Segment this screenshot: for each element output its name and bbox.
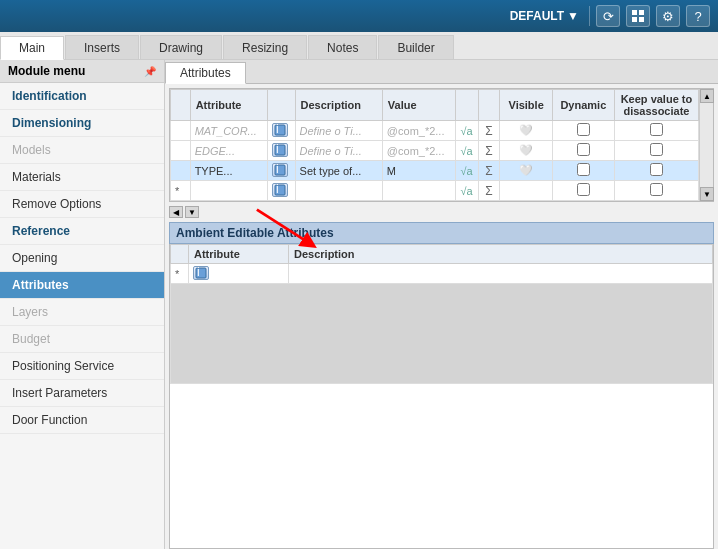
svg-text:i: i	[276, 164, 279, 176]
grid-button[interactable]	[626, 5, 650, 27]
row-keep-check[interactable]	[614, 121, 698, 141]
tab-main[interactable]: Main	[0, 36, 64, 60]
row-marker	[171, 141, 191, 161]
heart-icon: 🤍	[519, 144, 533, 156]
scroll-left-button[interactable]: ◀	[169, 206, 183, 218]
row-description: Set type of...	[295, 161, 382, 181]
sidebar-item-materials[interactable]: Materials	[0, 164, 164, 191]
sigma-icon: Σ	[485, 164, 492, 178]
sqrt-icon: √a	[461, 185, 473, 197]
row-heart: 🤍	[500, 161, 552, 181]
row-keep-check[interactable]	[614, 141, 698, 161]
sidebar-item-positioning-service[interactable]: Positioning Service	[0, 353, 164, 380]
scroll-arrows: ◀ ▼	[165, 204, 718, 220]
sidebar-item-insert-parameters[interactable]: Insert Parameters	[0, 380, 164, 407]
sidebar-item-door-function[interactable]: Door Function	[0, 407, 164, 434]
sidebar-item-attributes[interactable]: Attributes	[0, 272, 164, 299]
attribute-icon[interactable]: i	[272, 163, 288, 177]
sigma-icon: Σ	[485, 124, 492, 138]
row-sigma: Σ	[478, 121, 500, 141]
visible-checkbox[interactable]	[577, 183, 590, 196]
content-inner: Attribute Description Value Visible Dyna…	[165, 84, 718, 549]
keep-checkbox[interactable]	[650, 163, 663, 176]
sidebar-item-dimensioning[interactable]: Dimensioning	[0, 110, 164, 137]
row-value	[382, 181, 455, 201]
sidebar-item-identification[interactable]: Identification	[0, 83, 164, 110]
ambient-table: Attribute Description * i	[170, 244, 713, 384]
col-sigma	[478, 90, 500, 121]
sigma-icon: Σ	[485, 144, 492, 158]
row-icon-btn[interactable]: i	[268, 141, 295, 161]
svg-rect-1	[639, 10, 644, 15]
attribute-icon[interactable]: i	[272, 143, 288, 157]
row-sqrt: √a	[455, 121, 478, 141]
keep-checkbox[interactable]	[650, 123, 663, 136]
profile-dropdown[interactable]: DEFAULT ▼	[510, 9, 579, 23]
row-marker: *	[171, 181, 191, 201]
keep-checkbox[interactable]	[650, 143, 663, 156]
sidebar-items: Identification Dimensioning Models Mater…	[0, 83, 164, 549]
row-value: @com_*2...	[382, 121, 455, 141]
ambient-table-row: * i	[171, 264, 713, 284]
row-keep-check[interactable]	[614, 181, 698, 201]
row-icon-btn[interactable]: i	[268, 181, 295, 201]
row-visible-check[interactable]	[552, 181, 614, 201]
sqrt-icon: √a	[461, 145, 473, 157]
scroll-down-button[interactable]: ▼	[700, 187, 714, 201]
profile-label: DEFAULT	[510, 9, 564, 23]
tab-builder[interactable]: Builder	[378, 35, 453, 59]
table-scrollbar[interactable]: ▲ ▼	[699, 89, 713, 201]
row-sqrt: √a	[455, 161, 478, 181]
row-visible-check[interactable]	[552, 161, 614, 181]
top-bar: DEFAULT ▼ ⟳ ⚙ ?	[0, 0, 718, 32]
sidebar-item-opening[interactable]: Opening	[0, 245, 164, 272]
row-icon-btn[interactable]: i	[268, 161, 295, 181]
sqrt-icon: √a	[461, 125, 473, 137]
row-icon-btn[interactable]: i	[268, 121, 295, 141]
row-attribute[interactable]: EDGE...	[190, 141, 268, 161]
row-attribute[interactable]: TYPE...	[190, 161, 268, 181]
tab-drawing[interactable]: Drawing	[140, 35, 222, 59]
tab-bar: Main Inserts Drawing Resizing Notes Buil…	[0, 32, 718, 60]
help-button[interactable]: ?	[686, 5, 710, 27]
tab-resizing[interactable]: Resizing	[223, 35, 307, 59]
refresh-button[interactable]: ⟳	[596, 5, 620, 27]
visible-checkbox[interactable]	[577, 143, 590, 156]
visible-checkbox[interactable]	[577, 123, 590, 136]
sigma-icon: Σ	[485, 184, 492, 198]
ambient-table-wrapper: Attribute Description * i	[169, 244, 714, 549]
content-tab-attributes[interactable]: Attributes	[165, 62, 246, 84]
tab-notes[interactable]: Notes	[308, 35, 377, 59]
row-keep-check[interactable]	[614, 161, 698, 181]
settings-button[interactable]: ⚙	[656, 5, 680, 27]
col-marker	[171, 90, 191, 121]
col-value: Value	[382, 90, 455, 121]
sidebar-item-reference[interactable]: Reference	[0, 218, 164, 245]
row-sigma: Σ	[478, 161, 500, 181]
ambient-empty-row	[171, 284, 713, 384]
visible-checkbox[interactable]	[577, 163, 590, 176]
scroll-up-button[interactable]: ▲	[700, 89, 714, 103]
row-attribute[interactable]: MAT_COR...	[190, 121, 268, 141]
row-visible-check[interactable]	[552, 121, 614, 141]
col-visible: Visible	[500, 90, 552, 121]
row-sigma: Σ	[478, 141, 500, 161]
sidebar-header-label: Module menu	[8, 64, 85, 78]
attributes-table: Attribute Description Value Visible Dyna…	[170, 89, 699, 201]
ambient-attribute-icon[interactable]: i	[193, 266, 209, 280]
table-area: Attribute Description Value Visible Dyna…	[170, 89, 713, 201]
pin-icon[interactable]: 📌	[144, 66, 156, 77]
svg-rect-3	[639, 17, 644, 22]
tab-inserts[interactable]: Inserts	[65, 35, 139, 59]
row-attribute[interactable]	[190, 181, 268, 201]
keep-checkbox[interactable]	[650, 183, 663, 196]
content-area: Attributes Attribute Description Valu	[165, 60, 718, 549]
svg-text:i: i	[276, 184, 279, 196]
row-visible-check[interactable]	[552, 141, 614, 161]
row-sqrt: √a	[455, 181, 478, 201]
attribute-icon[interactable]: i	[272, 183, 288, 197]
scroll-right-button[interactable]: ▼	[185, 206, 199, 218]
sidebar-item-remove-options[interactable]: Remove Options	[0, 191, 164, 218]
attribute-icon[interactable]: i	[272, 123, 288, 137]
ambient-row-attribute[interactable]: i	[189, 264, 289, 284]
